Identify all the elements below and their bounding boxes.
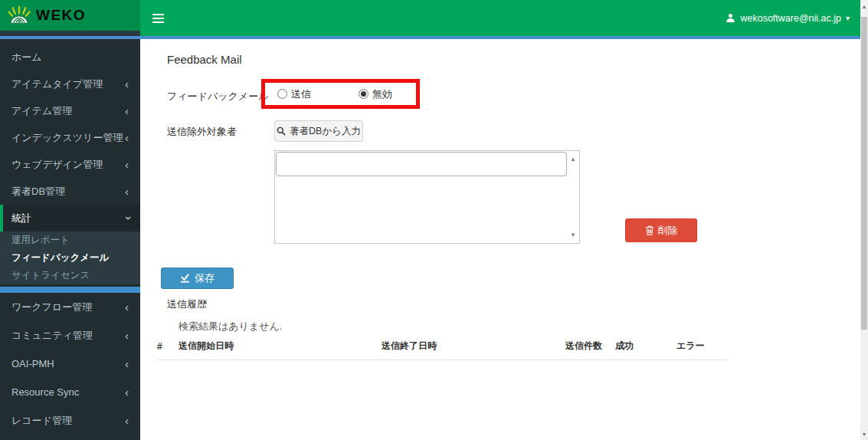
col-header-count: 送信件数 (565, 335, 615, 360)
send-history-table: # 送信開始日時 送信終了日時 送信件数 成功 エラー (157, 335, 728, 360)
sidebar-item-label: インデックスツリー管理 (11, 124, 125, 151)
radio-checked-icon[interactable] (359, 89, 368, 99)
chevron-left-icon: ‹ (125, 330, 129, 341)
sidebar-item-record-mgmt[interactable]: レコード管理 ‹ (0, 406, 140, 435)
author-db-button-label: 著者DBから入力 (290, 125, 361, 138)
save-icon (180, 274, 190, 283)
trash-icon (645, 225, 654, 235)
sidebar-item-itemtype-mgmt[interactable]: アイテムタイプ管理 ‹ (0, 71, 140, 97)
exclude-recipients-input[interactable] (276, 152, 567, 176)
feedback-mail-label: フィードバックメール (167, 90, 268, 103)
sidebar-item-label: ワークフロー管理 (11, 293, 125, 321)
exclude-recipients-listbox: ▲ ▼ (274, 150, 580, 244)
sidebar-item-workflow-mgmt[interactable]: ワークフロー管理 ‹ (0, 293, 140, 321)
sidebar-item-resource-sync[interactable]: Resource Sync ‹ (0, 378, 140, 406)
author-db-input-button[interactable]: 著者DBから入力 (274, 120, 363, 142)
page-scrollbar[interactable]: ▲ ▼ (860, 0, 868, 440)
col-header-start-date: 送信開始日時 (179, 335, 382, 360)
empty-results-message: 検索結果はありません. (179, 320, 282, 333)
sidebar-item-label: OAI-PMH (11, 350, 125, 378)
radio-option-disable[interactable]: 無効 (359, 87, 392, 101)
col-header-end-date: 送信終了日時 (382, 335, 565, 360)
search-icon (277, 126, 286, 136)
sidebar: ホーム アイテムタイプ管理 ‹ アイテム管理 ‹ インデックスツリー管理 ‹ ウ… (0, 39, 140, 440)
col-header-number: # (157, 335, 179, 360)
statistics-submenu: 運用レポート フィードバックメール サイトライセンス (0, 231, 140, 284)
logo-under-strip (0, 31, 140, 36)
weko-admin-screen: WEKO wekosoftware@nii.ac.jp ▾ ホーム アイテムタイ… (0, 0, 868, 440)
submenu-item-site-license[interactable]: サイトライセンス (0, 267, 140, 284)
sidebar-item-label: アイテムタイプ管理 (11, 71, 125, 97)
sidebar-item-label: 統計 (11, 205, 125, 231)
user-email: wekosoftware@nii.ac.jp (740, 13, 841, 24)
table-header-row: # 送信開始日時 送信終了日時 送信件数 成功 エラー (157, 335, 728, 360)
caret-down-icon: ▾ (846, 15, 850, 22)
user-icon (726, 13, 735, 23)
top-navbar: wekosoftware@nii.ac.jp ▾ (140, 0, 860, 36)
main-content: Feedback Mail フィードバックメール 送信 無効 送信除外対象者 著… (140, 39, 860, 440)
scrollbar-down-icon[interactable]: ▼ (860, 432, 868, 437)
sidebar-item-indextree-mgmt[interactable]: インデックスツリー管理 ‹ (0, 124, 140, 151)
sidebar-item-statistics[interactable]: 統計 ‹ (0, 205, 140, 231)
sidebar-item-label: レコード管理 (11, 406, 125, 435)
exclude-recipients-label: 送信除外対象者 (167, 125, 237, 139)
sidebar-item-community-mgmt[interactable]: コミュニティ管理 ‹ (0, 321, 140, 350)
sidebar-item-home[interactable]: ホーム (0, 44, 140, 71)
sidebar-divider (0, 287, 140, 293)
sidebar-item-label: アイテム管理 (11, 97, 125, 124)
chevron-left-icon: ‹ (125, 301, 129, 313)
sidebar-item-label: ウェブデザイン管理 (11, 151, 125, 178)
delete-button-label: 削除 (658, 224, 678, 238)
chevron-left-icon: ‹ (125, 358, 129, 369)
scrollbar-thumb[interactable] (861, 17, 867, 330)
sidebar-item-item-mgmt[interactable]: アイテム管理 ‹ (0, 97, 140, 124)
highlight-annotation-box: 送信 無効 (261, 79, 420, 109)
chevron-down-icon: ‹ (121, 216, 133, 220)
chevron-left-icon: ‹ (125, 186, 129, 197)
sidebar-item-label: Resource Sync (11, 378, 125, 406)
sidebar-item-webdesign-mgmt[interactable]: ウェブデザイン管理 ‹ (0, 151, 140, 178)
radio-label: 送信 (291, 87, 311, 101)
chevron-left-icon: ‹ (125, 415, 129, 426)
menu-toggle-icon[interactable] (145, 7, 171, 30)
chevron-left-icon: ‹ (125, 78, 129, 90)
page-title: Feedback Mail (167, 53, 242, 66)
save-button-label: 保存 (195, 271, 215, 285)
save-button[interactable]: 保存 (161, 268, 234, 289)
scroll-down-icon[interactable]: ▼ (567, 231, 579, 238)
sidebar-item-label: コミュニティ管理 (11, 321, 125, 350)
chevron-left-icon: ‹ (125, 132, 129, 143)
submenu-item-feedback-mail[interactable]: フィードバックメール (0, 249, 140, 267)
chevron-left-icon: ‹ (125, 159, 129, 170)
col-header-error: エラー (676, 335, 728, 360)
sidebar-item-label: 著者DB管理 (11, 178, 125, 205)
submenu-item-operation-report[interactable]: 運用レポート (0, 231, 140, 249)
sidebar-item-label: ホーム (11, 44, 129, 71)
radio-option-send[interactable]: 送信 (277, 87, 311, 101)
chevron-left-icon: ‹ (125, 386, 129, 398)
weko-logo-icon (8, 5, 31, 26)
col-header-success: 成功 (615, 335, 676, 360)
scrollbar-up-icon[interactable]: ▲ (860, 4, 868, 9)
sidebar-item-oai-pmh[interactable]: OAI-PMH ‹ (0, 350, 140, 378)
brand-logo[interactable]: WEKO (0, 0, 140, 31)
scroll-up-icon[interactable]: ▲ (567, 156, 579, 163)
delete-button[interactable]: 削除 (625, 218, 697, 242)
sidebar-item-authordb-mgmt[interactable]: 著者DB管理 ‹ (0, 178, 140, 205)
radio-label: 無効 (372, 87, 392, 101)
listbox-scrollbar[interactable]: ▲ ▼ (567, 151, 579, 243)
radio-unchecked-icon[interactable] (277, 89, 287, 99)
user-menu[interactable]: wekosoftware@nii.ac.jp ▾ (726, 13, 850, 24)
send-history-title: 送信履歴 (167, 297, 207, 311)
chevron-left-icon: ‹ (125, 105, 129, 117)
brand-text: WEKO (36, 7, 86, 24)
